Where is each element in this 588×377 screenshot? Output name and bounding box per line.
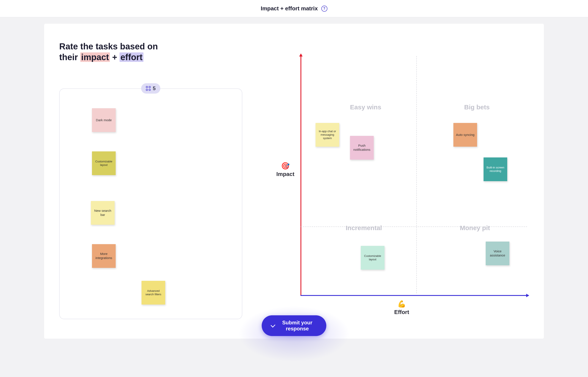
quadrant-label-big-bets: Big bets — [464, 104, 489, 111]
quadrant-label-easy-wins: Easy wins — [350, 104, 381, 111]
matrix-sticky[interactable]: Auto syncing — [453, 123, 477, 147]
axis-label-impact: 🎯 Impact — [272, 162, 298, 177]
target-icon: 🎯 — [272, 162, 298, 170]
matrix: Easy wins Big bets Incremental Money pit… — [281, 54, 529, 326]
axis-label-effort: 💪 Effort — [389, 300, 415, 316]
instruction-line1: Rate the tasks based on — [59, 41, 158, 52]
quadrant-label-incremental: Incremental — [346, 224, 382, 232]
matrix-divider-vertical — [416, 56, 417, 293]
matrix-sticky[interactable]: Customizable layout — [361, 246, 384, 270]
task-count-pill: 5 — [141, 83, 160, 94]
matrix-sticky[interactable]: Push notifications — [350, 136, 374, 160]
task-count: 5 — [153, 85, 155, 92]
check-icon — [270, 323, 275, 328]
task-sticky[interactable]: Advanced search filters — [142, 281, 165, 305]
grid-icon — [146, 86, 151, 91]
task-panel: 5 Dark modeCustomizable layoutNew search… — [59, 88, 242, 319]
quadrant-label-money-pit: Money pit — [460, 224, 490, 232]
task-sticky[interactable]: Dark mode — [92, 108, 116, 132]
submit-button[interactable]: Submit your response — [262, 315, 326, 336]
task-sticky[interactable]: More integrations — [92, 244, 116, 268]
matrix-sticky[interactable]: Built-in screen recording — [484, 157, 507, 181]
axis-y — [300, 54, 301, 295]
matrix-sticky[interactable]: Voice assistance — [486, 242, 509, 265]
highlight-effort: effort — [120, 52, 143, 62]
task-sticky[interactable]: New search bar — [91, 201, 115, 225]
flex-icon: 💪 — [389, 300, 415, 308]
help-icon[interactable]: ? — [321, 6, 327, 12]
axis-x — [300, 295, 529, 296]
task-sticky[interactable]: Customizable layout — [92, 151, 116, 175]
matrix-sticky[interactable]: In-app chat or messaging system — [316, 123, 339, 147]
page-wrap: Rate the tasks based on their impact + e… — [0, 17, 588, 339]
board: Rate the tasks based on their impact + e… — [44, 24, 544, 339]
instruction-text: Rate the tasks based on their impact + e… — [59, 41, 158, 62]
instruction-line2: their impact + effort — [59, 52, 158, 62]
page-title: Impact + effort matrix — [261, 5, 318, 12]
top-bar: Impact + effort matrix ? — [0, 0, 588, 17]
matrix-divider-horizontal — [301, 226, 527, 227]
highlight-impact: impact — [80, 52, 110, 62]
